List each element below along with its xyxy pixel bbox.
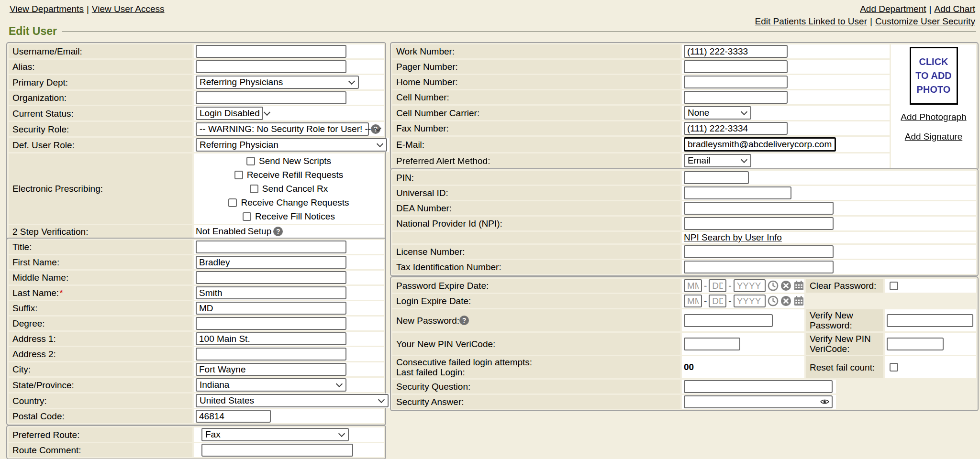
password-expire-month-input[interactable]	[684, 279, 702, 292]
login-expire-month-input[interactable]	[684, 295, 702, 307]
clear-date-icon[interactable]	[780, 280, 791, 291]
security-answer-label: Security Answer:	[392, 395, 680, 409]
fax-number-input[interactable]	[684, 122, 788, 135]
suffix-input[interactable]	[196, 302, 346, 315]
view-user-access-link[interactable]: View User Access	[92, 4, 165, 14]
login-expire-day-input[interactable]	[709, 295, 726, 307]
send-cancel-rx-checkbox[interactable]	[250, 185, 258, 193]
password-expire-year-input[interactable]	[734, 279, 766, 292]
dea-number-label: DEA Number:	[392, 201, 680, 215]
eye-icon[interactable]	[820, 398, 829, 405]
home-number-label: Home Number:	[392, 75, 680, 89]
pager-number-input[interactable]	[684, 60, 788, 73]
organization-input[interactable]	[196, 91, 346, 104]
route-comment-label: Route Comment:	[9, 443, 192, 457]
failed-login-attempts-label: Consecutive failed login attempts:Last f…	[392, 356, 680, 378]
security-role-select[interactable]: -- WARNING: No Security Role for User! -…	[196, 122, 369, 136]
help-icon[interactable]: ?	[459, 316, 469, 325]
license-number-label: License Number:	[392, 245, 680, 259]
license-number-input[interactable]	[684, 245, 834, 258]
preferred-route-select[interactable]: Fax	[201, 428, 349, 441]
primary-dept-select[interactable]: Referring Physicians	[196, 76, 359, 89]
work-number-label: Work Number:	[392, 44, 680, 58]
receive-change-requests-checkbox[interactable]	[228, 198, 237, 207]
add-signature-link[interactable]: Add Signature	[905, 131, 962, 142]
middle-name-input[interactable]	[196, 271, 346, 284]
login-expire-year-input[interactable]	[734, 295, 766, 307]
clock-icon[interactable]	[768, 295, 779, 306]
security-question-input[interactable]	[684, 380, 833, 393]
home-number-input[interactable]	[684, 76, 788, 88]
two-step-setup-link[interactable]: Setup	[248, 226, 272, 237]
cell-number-carrier-select[interactable]: None	[684, 106, 751, 120]
identifiers-table: PIN: Universal ID: DEA Number: National …	[390, 168, 979, 276]
password-expire-day-input[interactable]	[709, 279, 726, 292]
calendar-icon[interactable]	[793, 295, 804, 306]
last-name-input[interactable]	[196, 286, 346, 299]
first-name-label: First Name:	[9, 255, 192, 269]
address1-input[interactable]	[196, 332, 346, 345]
required-asterisk: *	[59, 288, 63, 298]
new-password-input[interactable]	[684, 314, 773, 327]
help-icon[interactable]: ?	[273, 227, 283, 236]
view-departments-link[interactable]: View Departments	[10, 4, 84, 14]
security-question-label: Security Question:	[392, 380, 680, 393]
clock-icon[interactable]	[768, 280, 779, 291]
country-select[interactable]: United States	[196, 394, 389, 407]
tax-id-input[interactable]	[684, 261, 834, 273]
dea-number-input[interactable]	[684, 202, 834, 215]
failed-login-attempts-value: 00	[684, 362, 694, 372]
contact-info-table: Work Number: Pager Number: Home Number: …	[390, 42, 979, 170]
verify-new-password-input[interactable]	[887, 314, 973, 327]
add-photograph-link[interactable]: Add Photograph	[901, 112, 966, 122]
security-answer-input[interactable]	[684, 395, 833, 408]
route-comment-input[interactable]	[201, 444, 353, 457]
verify-new-password-label: Verify New Password:	[806, 309, 883, 331]
date-separator: -	[728, 281, 731, 291]
calendar-icon[interactable]	[793, 280, 804, 291]
pin-label: PIN:	[392, 171, 680, 185]
cell-number-label: Cell Number:	[392, 90, 680, 104]
city-input[interactable]	[196, 363, 346, 376]
pager-number-label: Pager Number:	[392, 60, 680, 74]
verify-pin-vericode-input[interactable]	[887, 338, 944, 350]
send-new-scripts-checkbox[interactable]	[246, 157, 255, 165]
current-status-select[interactable]: Login Disabled	[196, 107, 263, 120]
cell-number-input[interactable]	[684, 91, 788, 104]
universal-id-input[interactable]	[684, 186, 791, 199]
username-input[interactable]	[196, 45, 346, 58]
work-number-input[interactable]	[684, 45, 788, 58]
personal-info-table: Title: First Name: Middle Name: Last Nam…	[6, 238, 386, 426]
reset-fail-count-checkbox[interactable]	[890, 363, 898, 372]
fax-number-label: Fax Number:	[392, 121, 680, 135]
preferred-route-label: Preferred Route:	[9, 427, 192, 442]
alias-input[interactable]	[196, 60, 346, 73]
preferred-alert-method-select[interactable]: Email	[684, 154, 751, 167]
pin-input[interactable]	[684, 171, 749, 184]
state-province-select[interactable]: Indiana	[196, 378, 346, 392]
first-name-input[interactable]	[196, 256, 346, 269]
email-input[interactable]	[684, 137, 836, 152]
pin-vericode-input[interactable]	[684, 338, 740, 350]
click-to-add-photo-box[interactable]: CLICK TO ADD PHOTO	[910, 47, 958, 105]
city-label: City:	[9, 362, 192, 376]
address1-label: Address 1:	[9, 332, 192, 346]
title-input[interactable]	[196, 240, 346, 253]
two-step-status: Not Enabled	[196, 226, 246, 237]
password-expire-date-label: Password Expire Date:	[392, 279, 680, 293]
last-name-label: Last Name:*	[9, 286, 192, 300]
add-department-link[interactable]: Add Department	[860, 4, 926, 14]
add-chart-link[interactable]: Add Chart	[934, 4, 975, 14]
address2-label: Address 2:	[9, 347, 192, 361]
address2-input[interactable]	[196, 348, 346, 361]
npi-input[interactable]	[684, 217, 834, 230]
receive-fill-notices-checkbox[interactable]	[243, 212, 251, 221]
clear-password-checkbox[interactable]	[890, 282, 898, 290]
def-user-role-select[interactable]: Referring Physician	[196, 138, 387, 152]
receive-refill-requests-checkbox[interactable]	[234, 171, 243, 179]
clear-date-icon[interactable]	[780, 295, 791, 306]
degree-label: Degree:	[9, 317, 192, 330]
degree-input[interactable]	[196, 317, 346, 330]
npi-search-link[interactable]: NPI Search by User Info	[684, 232, 782, 243]
postal-code-input[interactable]	[196, 410, 271, 423]
